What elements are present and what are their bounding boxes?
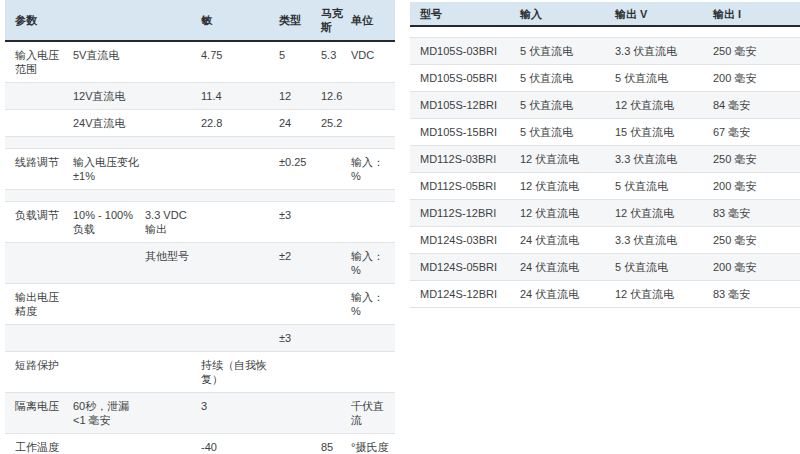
table-cell (279, 352, 321, 393)
table-cell: 85 (321, 434, 351, 454)
table-cell: 83 毫安 (713, 281, 800, 308)
table-cell: 12 伏直流电 (520, 146, 615, 173)
table-cell: 12 伏直流电 (615, 92, 713, 119)
table-cell: VDC (351, 41, 395, 83)
column-header: 马克斯 (321, 0, 351, 41)
table-cell: 200 毫安 (713, 173, 800, 200)
table-row: MD124S-05BRI24 伏直流电5 伏直流电200 毫安 (410, 254, 800, 281)
table-cell (321, 190, 351, 202)
table-cell (279, 393, 321, 434)
parameters-table: 参数敏类型马克斯单位 输入电压范围5V直流电4.7555.3VDC12V直流电1… (5, 0, 395, 454)
table-row: 线路调节输入电压变化 ±1%±0.25输入：% (5, 149, 395, 190)
table-cell: MD124S-05BRI (410, 254, 520, 281)
table-cell: 3 (201, 393, 279, 434)
table-cell (5, 83, 73, 110)
table-row: 输出电压精度输入：% (5, 284, 395, 325)
table-cell (145, 190, 201, 202)
table-cell: 67 毫安 (713, 119, 800, 146)
table-cell (321, 393, 351, 434)
table-row: MD112S-12BRI12 伏直流电12 伏直流电83 毫安 (410, 200, 800, 227)
table-cell: 200 毫安 (713, 254, 800, 281)
table-cell: 25.2 (321, 110, 351, 137)
table-cell: 5 伏直流电 (520, 119, 615, 146)
table-cell: 负载调节 (5, 202, 73, 243)
table-cell (713, 26, 800, 38)
table-cell: 15 伏直流电 (615, 119, 713, 146)
models-body: MD105S-03BRI5 伏直流电3.3 伏直流电250 毫安MD105S-0… (410, 26, 800, 308)
table-cell: 11.4 (201, 83, 279, 110)
table-cell: 12 伏直流电 (520, 173, 615, 200)
table-cell (5, 325, 73, 352)
table-cell: 工作温度范 (5, 434, 73, 454)
table-cell (201, 137, 279, 149)
table-cell (410, 26, 520, 38)
table-cell: MD105S-12BRI (410, 92, 520, 119)
table-cell: 千伏直流 (351, 393, 395, 434)
table-cell (5, 137, 73, 149)
table-cell (5, 110, 73, 137)
table-cell: ±3 (279, 202, 321, 243)
table-cell (201, 202, 279, 243)
table-cell: 24V直流电 (73, 110, 145, 137)
table-cell: ±3 (279, 325, 321, 352)
spacer-row (5, 190, 395, 202)
column-header: 单位 (351, 0, 395, 41)
table-cell: 输入：% (351, 149, 395, 190)
table-cell (73, 434, 145, 454)
parameters-body: 输入电压范围5V直流电4.7555.3VDC12V直流电11.41212.624… (5, 41, 395, 454)
table-cell (73, 284, 145, 325)
table-cell: -40 (201, 434, 279, 454)
table-cell: MD124S-03BRI (410, 227, 520, 254)
table-row: MD105S-03BRI5 伏直流电3.3 伏直流电250 毫安 (410, 38, 800, 65)
table-cell: 250 毫安 (713, 38, 800, 65)
table-cell: 5 伏直流电 (615, 173, 713, 200)
table-row: 负载调节10% - 100% 负载3.3 VDC 输出±3 (5, 202, 395, 243)
table-cell: 其他型号 (145, 243, 201, 284)
table-cell (279, 137, 321, 149)
table-cell (351, 110, 395, 137)
table-cell (73, 352, 145, 393)
table-row: 24V直流电22.82425.2 (5, 110, 395, 137)
table-cell (5, 190, 73, 202)
table-row: MD124S-03BRI24 伏直流电3.3 伏直流电250 毫安 (410, 227, 800, 254)
table-cell: MD105S-05BRI (410, 65, 520, 92)
table-cell: °摄氏度 (351, 434, 395, 454)
models-table: 型号输入输出 V输出 I MD105S-03BRI5 伏直流电3.3 伏直流电2… (410, 2, 800, 308)
table-cell: MD124S-12BRI (410, 281, 520, 308)
table-cell (5, 243, 73, 284)
parameters-header-row: 参数敏类型马克斯单位 (5, 0, 395, 41)
table-cell (351, 137, 395, 149)
table-cell (145, 149, 201, 190)
models-header-row: 型号输入输出 V输出 I (410, 2, 800, 26)
table-cell (321, 137, 351, 149)
datasheet-page: 参数敏类型马克斯单位 输入电压范围5V直流电4.7555.3VDC12V直流电1… (0, 0, 800, 454)
table-cell (145, 325, 201, 352)
table-cell: 输入：% (351, 243, 395, 284)
table-cell: 24 (279, 110, 321, 137)
table-cell: MD112S-12BRI (410, 200, 520, 227)
table-cell: 60秒，泄漏 <1 毫安 (73, 393, 145, 434)
table-cell: 3.3 伏直流电 (615, 38, 713, 65)
column-header (145, 0, 201, 41)
table-cell: 短路保护 (5, 352, 73, 393)
spacer-row (5, 137, 395, 149)
table-cell (145, 284, 201, 325)
table-cell: 83 毫安 (713, 200, 800, 227)
table-cell: 线路调节 (5, 149, 73, 190)
table-cell: 3.3 伏直流电 (615, 146, 713, 173)
table-cell: 12.6 (321, 83, 351, 110)
table-row: MD105S-05BRI5 伏直流电5 伏直流电200 毫安 (410, 65, 800, 92)
table-cell (351, 352, 395, 393)
column-header: 输出 I (713, 2, 800, 26)
table-cell (145, 434, 201, 454)
table-cell: 12 伏直流电 (615, 200, 713, 227)
table-row: 12V直流电11.41212.6 (5, 83, 395, 110)
column-header: 输入 (520, 2, 615, 26)
table-cell: MD105S-15BRI (410, 119, 520, 146)
table-row: MD105S-12BRI5 伏直流电12 伏直流电84 毫安 (410, 92, 800, 119)
table-cell: 12V直流电 (73, 83, 145, 110)
table-cell (145, 137, 201, 149)
table-cell: 5 (279, 41, 321, 83)
table-row: 工作温度范-4085°摄氏度 (5, 434, 395, 454)
table-cell: 输入电压变化 ±1% (73, 149, 145, 190)
